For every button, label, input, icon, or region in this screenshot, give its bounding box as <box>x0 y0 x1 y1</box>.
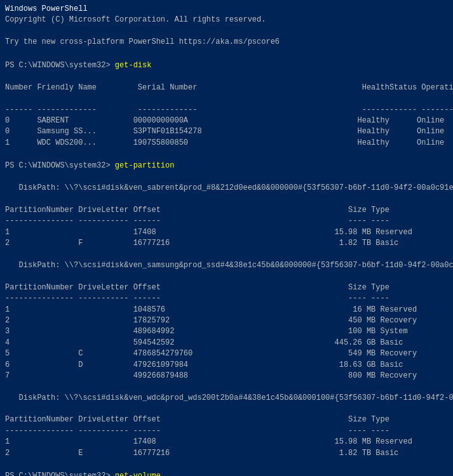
get-disk-blank2 <box>5 149 448 159</box>
disk2-row6: 6 D 479261097984 18.63 GB Basic <box>5 360 448 371</box>
get-disk-blank <box>5 71 448 82</box>
get-partition-section: PS C:\WINDOWS\system32> get-partition Di… <box>5 161 448 470</box>
get-disk-row2: 0 Samsung SS... S3PTNF01B154278 Healthy … <box>5 126 448 137</box>
disk2-row7: 7 499266879488 800 MB Recovery <box>5 371 448 381</box>
disk3-blank2 <box>5 459 448 470</box>
disk2-row5: 5 C 4786854279760 549 MB Recovery <box>5 348 448 359</box>
get-partition-prompt: PS C:\WINDOWS\system32> get-partition <box>5 161 448 171</box>
disk3-row1: 1 17408 15.98 MB Reserved <box>5 437 448 447</box>
header-line-1: Windows PowerShell <box>5 4 448 15</box>
header-line-3 <box>5 26 448 37</box>
disk3-path: DiskPath: \\?\scsi#disk&ven_wdc&prod_wds… <box>5 393 448 404</box>
disk1-sep: --------------- ----------- ------ ---- … <box>5 216 448 227</box>
get-disk-col2: Style <box>5 93 448 104</box>
get-volume-section: PS C:\WINDOWS\system32> get-volume Drive… <box>5 471 448 476</box>
header-line-2: Copyright (C) Microsoft Corporation. All… <box>5 15 448 25</box>
terminal-header: Windows PowerShell Copyright (C) Microso… <box>5 4 448 59</box>
get-disk-row1: 0 SABRENT 00000000000A Healthy Online 1.… <box>5 116 448 126</box>
disk1-row2: 2 F 16777216 1.82 TB Basic <box>5 238 448 249</box>
disk2-path: DiskPath: \\?\scsi#disk&ven_samsung&prod… <box>5 260 448 271</box>
disk2-blank2 <box>5 381 448 392</box>
disk2-row2: 2 17825792 450 MB Recovery <box>5 315 448 326</box>
disk3-col: PartitionNumber DriveLetter Offset Size … <box>5 414 448 425</box>
disk2-blank <box>5 271 448 282</box>
get-disk-section: PS C:\WINDOWS\system32> get-disk Number … <box>5 60 448 160</box>
get-partition-blank <box>5 172 448 183</box>
header-blank <box>5 48 448 59</box>
disk3-sep: --------------- ----------- ------ ---- … <box>5 426 448 437</box>
disk2-row1: 1 1048576 16 MB Reserved <box>5 305 448 315</box>
disk1-col: PartitionNumber DriveLetter Offset Size … <box>5 205 448 216</box>
disk3-blank <box>5 404 448 414</box>
disk1-blank <box>5 194 448 205</box>
header-line-4: Try the new cross-platform PowerShell ht… <box>5 37 448 48</box>
disk1-path: DiskPath: \\?\scsi#disk&ven_sabrent&prod… <box>5 183 448 194</box>
disk2-col: PartitionNumber DriveLetter Offset Size … <box>5 282 448 293</box>
get-disk-row3: 1 WDC WDS200... 1907S5800850 Healthy Onl… <box>5 138 448 149</box>
disk3-row2: 2 E 16777216 1.82 TB Basic <box>5 448 448 459</box>
get-volume-prompt: PS C:\WINDOWS\system32> get-volume <box>5 471 448 476</box>
terminal-window: Windows PowerShell Copyright (C) Microso… <box>5 4 448 476</box>
disk1-row1: 1 17408 15.98 MB Reserved <box>5 227 448 238</box>
disk2-sep: --------------- ----------- ------ ---- … <box>5 293 448 304</box>
disk2-row3: 3 489684992 100 MB System <box>5 326 448 337</box>
get-disk-prompt: PS C:\WINDOWS\system32> get-disk <box>5 60 448 71</box>
disk1-blank2 <box>5 249 448 260</box>
disk2-row4: 4 594542592 445.26 GB Basic <box>5 338 448 348</box>
get-disk-col1: Number Friendly Name Serial Number Healt… <box>5 83 448 93</box>
get-disk-sep: ------ ------------- ------------- -----… <box>5 105 448 116</box>
